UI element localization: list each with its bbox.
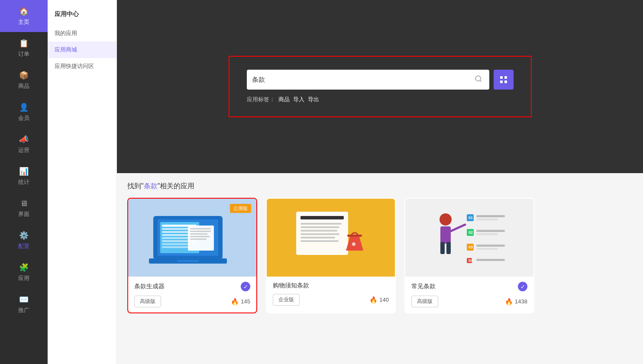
app-card-body-3: 常见条款 ✓ 高级版 🔥 1438 xyxy=(405,277,533,312)
svg-rect-18 xyxy=(190,228,211,229)
sidebar-label-stats: 统计 xyxy=(18,178,29,186)
version-btn-3[interactable]: 高级版 xyxy=(411,296,438,307)
tag-export[interactable]: 导出 xyxy=(308,96,319,103)
app-name-row-1: 条款生成器 ✓ xyxy=(134,282,250,291)
sidebar-label-app: 应用 xyxy=(18,274,29,282)
fire-icon-1: 🔥 xyxy=(231,298,239,306)
app-name-3: 常见条款 xyxy=(411,283,436,290)
app-name-row-3: 常见条款 ✓ xyxy=(411,282,527,291)
check-icon-3: ✓ xyxy=(518,282,527,291)
sub-sidebar-item-my-apps[interactable]: 我的应用 xyxy=(48,25,116,42)
search-input-wrap xyxy=(247,70,489,90)
sidebar-item-home[interactable]: 🏠 主页 xyxy=(0,0,48,32)
sidebar: 🏠 主页 📋 订单 📦 商品 👤 会员 📣 运营 📊 统计 🖥 界面 ⚙️ 配置… xyxy=(0,0,48,364)
svg-rect-22 xyxy=(190,238,207,240)
svg-rect-53 xyxy=(476,248,498,250)
fire-icon-3: 🔥 xyxy=(505,298,513,306)
count-2: 140 xyxy=(379,296,389,303)
sidebar-item-order[interactable]: 📋 订单 xyxy=(0,32,48,64)
app-icon: 🧩 xyxy=(19,262,29,273)
grid-view-button[interactable] xyxy=(494,70,514,90)
beta-badge: 公测版 xyxy=(230,204,251,213)
product-icon: 📦 xyxy=(19,70,29,81)
app-card-image-2 xyxy=(267,199,395,277)
search-keyword: 条款 xyxy=(144,182,158,190)
svg-rect-54 xyxy=(476,259,505,261)
sidebar-item-member[interactable]: 👤 会员 xyxy=(0,96,48,128)
results-section: 找到"条款"相关的应用 公测版 xyxy=(117,173,643,322)
svg-rect-39 xyxy=(446,242,451,254)
count-3: 1438 xyxy=(515,298,527,305)
sub-sidebar: 应用中心 我的应用 应用商城 应用快捷访问区 xyxy=(48,0,117,364)
sidebar-label-operation: 运营 xyxy=(18,146,29,154)
svg-rect-21 xyxy=(190,236,210,237)
svg-text:02: 02 xyxy=(469,230,473,235)
tag-product[interactable]: 商品 xyxy=(278,96,290,103)
tag-import[interactable]: 导入 xyxy=(293,96,304,103)
app-name-2: 购物须知条款 xyxy=(273,282,309,290)
stats-icon: 📊 xyxy=(19,166,29,177)
svg-rect-33 xyxy=(347,235,362,237)
sidebar-label-config: 配置 xyxy=(18,242,29,250)
sidebar-item-config[interactable]: ⚙️ 配置 xyxy=(0,224,48,256)
sidebar-item-product[interactable]: 📦 商品 xyxy=(0,64,48,96)
version-btn-1[interactable]: 高级版 xyxy=(134,296,161,307)
main-content: 应用标签： 商品 导入 导出 找到"条款"相关的应用 公测版 xyxy=(117,0,643,364)
sidebar-item-stats[interactable]: 📊 统计 xyxy=(0,160,48,192)
app-card-clause-generator[interactable]: 公测版 xyxy=(127,198,257,313)
sidebar-label-order: 订单 xyxy=(18,50,29,58)
apps-grid: 公测版 xyxy=(127,198,633,313)
version-btn-2[interactable]: 企业版 xyxy=(273,294,300,306)
sub-sidebar-item-app-store[interactable]: 应用商城 xyxy=(48,42,116,58)
svg-rect-50 xyxy=(476,230,505,232)
fire-icon-2: 🔥 xyxy=(369,296,378,304)
search-button[interactable] xyxy=(473,75,484,85)
check-icon-1: ✓ xyxy=(241,282,250,291)
search-row xyxy=(247,70,514,90)
config-icon: ⚙️ xyxy=(19,230,29,241)
tags-row: 应用标签： 商品 导入 导出 xyxy=(247,96,514,103)
svg-rect-3 xyxy=(504,76,507,79)
app-card-purchase-terms[interactable]: 购物须知条款 企业版 🔥 140 xyxy=(266,198,396,313)
svg-line-37 xyxy=(451,225,465,231)
app-card-common-terms[interactable]: 01 02 03 04 常见条款 ✓ 高级版 🔥 xyxy=(404,198,534,313)
search-input[interactable] xyxy=(252,76,473,84)
svg-rect-19 xyxy=(190,231,211,232)
fire-count-3: 🔥 1438 xyxy=(505,298,527,306)
svg-rect-49 xyxy=(476,219,498,220)
sidebar-label-product: 商品 xyxy=(18,82,29,90)
app-card-image-1: 公测版 xyxy=(128,199,256,277)
svg-point-35 xyxy=(439,213,452,225)
tags-label: 应用标签： xyxy=(247,96,275,103)
sub-sidebar-item-quick-access[interactable]: 应用快捷访问区 xyxy=(48,58,116,74)
app-card-footer-1: 高级版 🔥 145 xyxy=(134,296,250,307)
svg-point-34 xyxy=(352,242,355,246)
sidebar-label-interface: 界面 xyxy=(18,210,29,218)
app-card-footer-2: 企业版 🔥 140 xyxy=(273,294,389,306)
svg-rect-26 xyxy=(300,216,344,219)
svg-rect-13 xyxy=(162,237,192,239)
svg-rect-32 xyxy=(300,240,339,242)
svg-rect-31 xyxy=(300,237,335,238)
hero-banner: 应用标签： 商品 导入 导出 xyxy=(117,0,643,173)
sidebar-item-app[interactable]: 🧩 应用 xyxy=(0,256,48,288)
svg-rect-29 xyxy=(300,230,337,232)
svg-rect-5 xyxy=(504,81,507,83)
search-container: 应用标签： 商品 导入 导出 xyxy=(229,56,532,117)
app-name-row-2: 购物须知条款 xyxy=(273,282,389,290)
sidebar-item-operation[interactable]: 📣 运营 xyxy=(0,128,48,160)
svg-rect-4 xyxy=(500,81,503,83)
results-title: 找到"条款"相关的应用 xyxy=(127,182,633,191)
svg-rect-30 xyxy=(300,233,339,235)
svg-rect-15 xyxy=(162,243,188,245)
count-1: 145 xyxy=(241,298,250,305)
sub-sidebar-title: 应用中心 xyxy=(48,7,116,25)
sidebar-item-promote[interactable]: ✉️ 推广 xyxy=(0,288,48,320)
svg-rect-36 xyxy=(440,226,451,244)
svg-line-1 xyxy=(480,80,481,81)
sidebar-item-interface[interactable]: 🖥 界面 xyxy=(0,192,48,224)
svg-rect-52 xyxy=(476,245,505,247)
fire-count-2: 🔥 140 xyxy=(369,296,389,304)
interface-icon: 🖥 xyxy=(19,198,29,209)
sidebar-label-member: 会员 xyxy=(18,114,29,122)
